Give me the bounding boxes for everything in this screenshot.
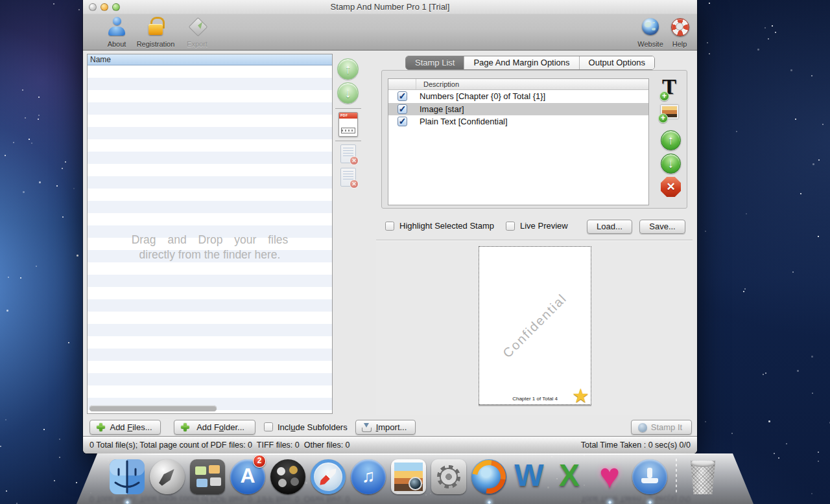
dock-system-preferences[interactable] [429, 457, 468, 496]
dock-pink-swirl-app[interactable]: ♥ [590, 457, 629, 496]
down-arrow-icon: ↓ [345, 86, 351, 100]
dock-safari[interactable] [309, 457, 348, 496]
file-list-name-header[interactable]: Name [88, 54, 332, 65]
about-label: About [99, 40, 135, 48]
move-stamp-up-button[interactable]: ↑ [661, 130, 681, 150]
dock-separator [676, 459, 677, 495]
move-file-down-button[interactable]: ↓ [337, 82, 359, 104]
trash-icon [687, 459, 718, 494]
remove-badge-icon: ✕ [350, 156, 359, 165]
remove-file-button[interactable]: ✕ [340, 144, 356, 163]
highlight-selected-stamp-label: Highlight Selected Stamp [399, 221, 494, 231]
divider [335, 108, 361, 109]
safari-icon [311, 459, 346, 494]
stamp-it-button[interactable]: Stamp It [631, 420, 692, 435]
remove-all-files-button[interactable]: ✕ [340, 168, 356, 187]
help-button[interactable]: Help [665, 17, 694, 48]
add-files-label: Add [110, 422, 127, 432]
stamp-enabled-checkbox[interactable]: ✓ [397, 117, 407, 126]
remove-badge-icon: ✕ [350, 179, 359, 189]
file-list-drop-area[interactable]: Drag and Drop your files directly from t… [88, 65, 332, 413]
running-indicator [126, 501, 129, 504]
description-column-header[interactable]: Description [416, 79, 459, 89]
tab-page-and-margin-options[interactable]: Page And Margin Options [464, 56, 578, 69]
lock-icon [147, 17, 164, 36]
dock-finder[interactable] [108, 457, 147, 496]
running-indicator [488, 501, 491, 504]
live-preview-checkbox[interactable] [506, 222, 515, 231]
dock-itunes[interactable]: ♫ [349, 457, 388, 496]
dock-excel[interactable]: X [550, 457, 589, 496]
confidential-watermark: Confidential [500, 291, 570, 361]
iphoto-icon [391, 459, 426, 494]
dock-app-store[interactable]: A2 [228, 457, 267, 496]
horizontal-scrollbar-thumb[interactable] [89, 406, 217, 411]
stamp-options-row: Highlight Selected Stamp Live Preview Lo… [376, 220, 693, 235]
stamp-enabled-checkbox[interactable]: ✓ [397, 104, 407, 114]
add-files-button[interactable]: Add Files... [89, 420, 161, 435]
status-file-counts: 0 Total file(s); Total page count of PDF… [89, 441, 350, 450]
add-folder-label: Add F [196, 422, 219, 432]
save-button[interactable]: Save... [639, 220, 685, 234]
dock-stamp-app[interactable] [630, 457, 669, 496]
finder-icon [110, 459, 145, 494]
preview-page: Confidential Chapter 1 of Total 4 ★ [479, 246, 591, 405]
up-arrow-icon: ↑ [668, 133, 674, 147]
dock-firefox[interactable] [469, 457, 508, 496]
move-stamp-down-button[interactable]: ↓ [661, 154, 681, 174]
x-icon: ✕ [666, 181, 675, 193]
delete-stamp-button[interactable]: ✕ [661, 177, 681, 197]
import-button[interactable]: Import... [355, 420, 416, 435]
drop-placeholder-line2: directly from the finder here. [88, 247, 332, 262]
dock-iphoto[interactable] [389, 457, 428, 496]
app-window: Stamp And Number Pro 1 [Trial] About Reg… [83, 0, 697, 453]
website-button[interactable]: Website [632, 17, 669, 48]
highlight-selected-stamp-checkbox[interactable] [385, 222, 394, 231]
dock-dashboard[interactable] [268, 457, 307, 496]
import-icon [362, 423, 371, 432]
export-button[interactable]: Export [179, 17, 215, 48]
stamp-app-icon [632, 459, 667, 494]
stamp-table-rows: ✓Numbers [Chapter {0} of Total {1}]✓Imag… [388, 90, 648, 128]
pdf-page-range-button[interactable]: PDF [338, 112, 358, 137]
move-file-up-button[interactable]: ↑ [337, 58, 359, 80]
person-icon [108, 17, 126, 36]
stamp-icon [638, 423, 647, 432]
stamp-row[interactable]: ✓Image [star] [388, 103, 648, 116]
dock-word[interactable]: W [510, 457, 549, 496]
checkbox-column-header [388, 79, 416, 89]
tab-stamp-list[interactable]: Stamp List [406, 56, 464, 69]
dock-trash[interactable] [683, 457, 722, 496]
file-list: Name Drag and Drop your files directly f… [87, 54, 333, 414]
stamp-description: Plain Text [Confidential] [420, 117, 508, 126]
tab-bar: Stamp ListPage And Margin OptionsOutput … [405, 56, 655, 70]
stamp-enabled-checkbox[interactable]: ✓ [397, 91, 407, 101]
plus-icon [181, 423, 189, 431]
running-indicator [608, 501, 611, 504]
help-label: Help [665, 40, 694, 48]
dock-shelf-edge [97, 453, 733, 455]
stamp-row[interactable]: ✓Numbers [Chapter {0} of Total {1}] [388, 90, 648, 103]
add-folder-button[interactable]: Add Folder... [174, 420, 255, 435]
tab-output-options[interactable]: Output Options [579, 56, 654, 69]
pdf-icon: PDF [339, 113, 357, 119]
globe-icon [642, 17, 659, 36]
plus-icon [97, 423, 105, 431]
dock-mission-control[interactable] [188, 457, 227, 496]
dock-apps: A2♫WX♥ [108, 457, 722, 496]
stamp-table: Description ✓Numbers [Chapter {0} of Tot… [388, 78, 649, 205]
stamp-row[interactable]: ✓Plain Text [Confidential] [388, 115, 648, 128]
plus-badge-icon: + [658, 113, 668, 123]
dock-launchpad[interactable] [148, 457, 187, 496]
dashboard-icon [270, 459, 305, 494]
stamp-it-label: Stamp It [651, 422, 682, 432]
website-label: Website [632, 40, 669, 48]
bottom-action-row: Add Files... Add Folder... Include Subfo… [83, 418, 697, 435]
about-button[interactable]: About [99, 17, 135, 48]
registration-button[interactable]: Registration [132, 17, 179, 48]
include-subfolders-checkbox[interactable] [264, 422, 273, 431]
plus-badge-icon: + [659, 91, 669, 101]
running-indicator [648, 501, 652, 504]
star-stamp-icon: ★ [572, 384, 589, 407]
load-button[interactable]: Load... [587, 220, 632, 234]
